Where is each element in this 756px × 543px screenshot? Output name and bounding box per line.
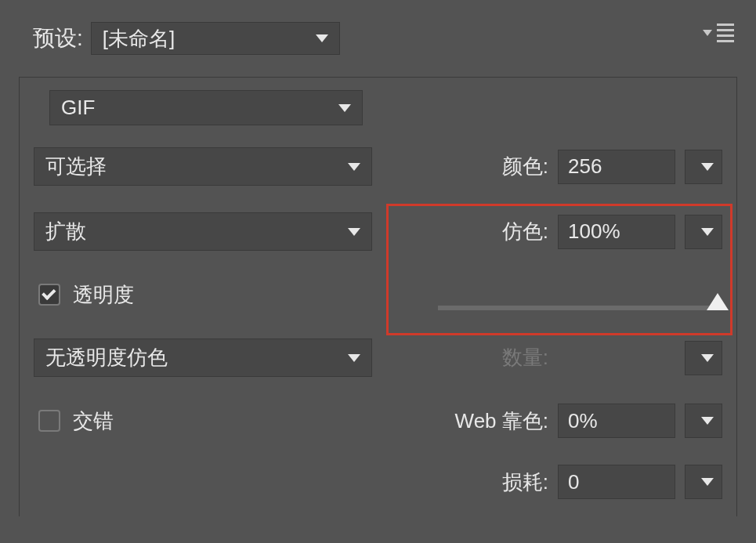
preset-label: 预设: — [33, 24, 83, 53]
chevron-down-icon — [348, 163, 360, 171]
dither-method-value: 扩散 — [45, 218, 340, 245]
transparency-label: 透明度 — [73, 281, 134, 309]
colors-label: 颜色: — [502, 153, 548, 180]
color-reduction-value: 可选择 — [45, 153, 340, 180]
chevron-down-icon — [348, 228, 360, 236]
web-snap-stepper[interactable] — [685, 404, 722, 438]
colors-input[interactable] — [558, 150, 675, 184]
transparency-dither-value: 无透明度仿色 — [45, 344, 340, 371]
chevron-down-icon — [701, 354, 714, 362]
amount-stepper[interactable] — [685, 341, 722, 375]
dither-amount-input[interactable] — [558, 215, 675, 249]
dither-amount-label: 仿色: — [502, 218, 548, 245]
lossy-stepper[interactable] — [685, 465, 722, 499]
color-reduction-dropdown[interactable]: 可选择 — [34, 147, 372, 186]
checkmark-icon — [42, 286, 56, 300]
dither-method-dropdown[interactable]: 扩散 — [34, 212, 372, 251]
dither-slider[interactable] — [438, 306, 719, 310]
format-dropdown[interactable]: GIF — [49, 90, 363, 125]
colors-stepper[interactable] — [685, 150, 722, 184]
interlace-checkbox[interactable] — [38, 410, 60, 432]
amount-input — [558, 341, 675, 375]
preset-dropdown[interactable]: [未命名] — [91, 22, 340, 55]
web-snap-label: Web 靠色: — [455, 407, 548, 435]
chevron-down-icon — [316, 34, 328, 42]
format-value: GIF — [61, 96, 331, 120]
chevron-down-icon — [338, 104, 351, 112]
panel-menu-button[interactable] — [703, 24, 734, 42]
transparency-dither-dropdown[interactable]: 无透明度仿色 — [34, 338, 372, 377]
slider-thumb-icon — [707, 293, 729, 310]
chevron-down-icon — [348, 354, 360, 362]
menu-lines-icon — [717, 24, 734, 42]
settings-fieldset: GIF 可选择 颜色: 扩散 仿色: — [19, 77, 737, 516]
dither-amount-stepper[interactable] — [685, 215, 722, 249]
chevron-down-icon — [701, 417, 714, 425]
lossy-input[interactable] — [558, 465, 675, 499]
lossy-label: 损耗: — [502, 469, 548, 496]
chevron-down-icon — [701, 163, 714, 171]
preset-value: [未命名] — [103, 25, 308, 52]
amount-label: 数量: — [502, 344, 548, 371]
chevron-down-icon — [701, 478, 714, 486]
triangle-down-icon — [703, 30, 712, 36]
interlace-label: 交错 — [73, 407, 114, 435]
transparency-checkbox[interactable] — [38, 284, 60, 306]
web-snap-input[interactable] — [558, 404, 675, 438]
chevron-down-icon — [701, 228, 714, 236]
